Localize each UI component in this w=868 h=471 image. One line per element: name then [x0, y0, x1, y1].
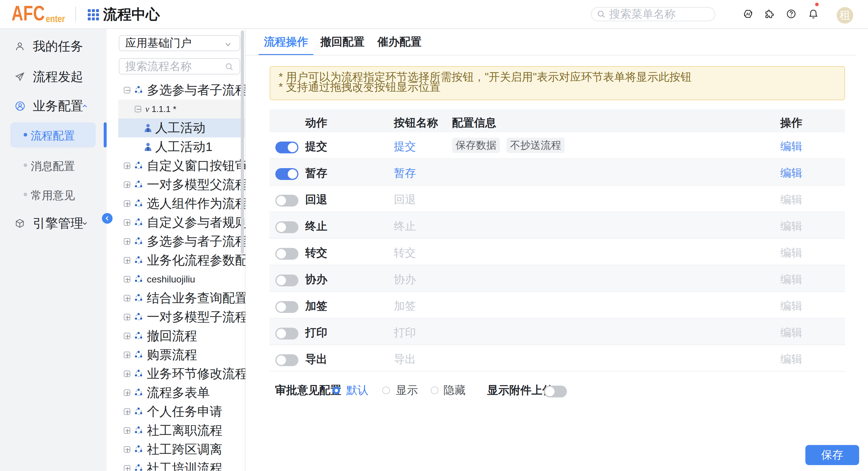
- svg-text:AI: AI: [746, 12, 750, 16]
